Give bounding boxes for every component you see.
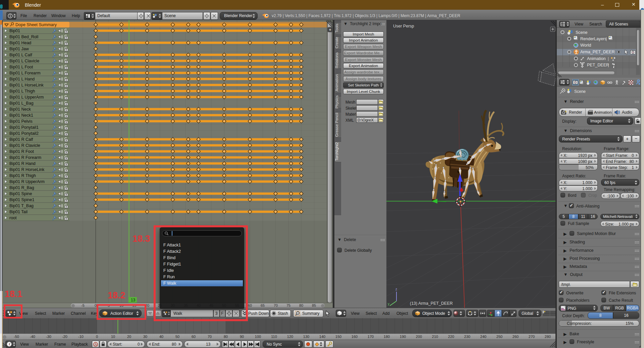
svg-text:Bip01 Ponytail2: Bip01 Ponytail2 [9,131,39,136]
svg-text:Bip01 L Hand: Bip01 L Hand [9,77,35,81]
svg-text:Bip01 L HorseLink: Bip01 L HorseLink [9,83,44,88]
svg-text:Scene: Scene [576,30,587,35]
svg-text:Bip01 Spine1: Bip01 Spine1 [9,197,34,202]
svg-text:Bip01 Tail: Bip01 Tail [9,210,28,214]
svg-text:Bip01 R_Bag: Bip01 R_Bag [9,185,34,190]
svg-text:Bip01 R HorseLink: Bip01 R HorseLink [9,167,45,172]
svg-text:+: + [329,27,331,32]
svg-text:World: World [580,43,591,48]
svg-text:Bip01 Jaw: Bip01 Jaw [9,47,29,51]
svg-text:Bip01 T_Bag: Bip01 T_Bag [9,204,34,208]
svg-text:Bip01 R Forearm: Bip01 R Forearm [9,155,41,160]
svg-text:RenderLayers: RenderLayers [580,37,607,41]
svg-text:Bip01 Pelvis: Bip01 Pelvis [9,119,33,124]
svg-text:z: z [395,287,397,291]
svg-text:Bip01 R Clavicle: Bip01 R Clavicle [9,143,40,148]
svg-text:13: 13 [131,298,136,302]
svg-text:Bip01 Spine: Bip01 Spine [9,191,32,196]
svg-text:(13) Arma_PET_DEER: (13) Arma_PET_DEER [410,301,453,306]
svg-text:Bip01 L Thigh: Bip01 L Thigh [9,89,35,94]
svg-text:Bip01: Bip01 [9,28,20,33]
svg-text:PET_DEER: PET_DEER [587,63,609,67]
svg-text:Bip01 L Forearm: Bip01 L Forearm [9,71,41,75]
svg-text:root: root [9,216,17,220]
svg-text:Bip01 L Calf: Bip01 L Calf [9,53,32,57]
svg-text:Animation: Animation [587,56,606,61]
svg-text:Bip01 Ponytail1: Bip01 Ponytail1 [9,125,39,130]
svg-text:Bip01 L_Bag: Bip01 L_Bag [9,101,34,106]
svg-text:Bip01 Head: Bip01 Head [9,41,31,45]
svg-text:Bip01 R UpperArm: Bip01 R UpperArm [9,179,45,184]
svg-text:User Persp: User Persp [393,24,414,28]
svg-text:y: y [388,302,389,306]
svg-text:Bip01 R Calf: Bip01 R Calf [9,137,33,142]
svg-text:|: | [606,37,607,41]
svg-text:Arma_PET_DEER: Arma_PET_DEER [580,50,615,54]
svg-text:Bip01 R Hand: Bip01 R Hand [9,161,36,166]
svg-text:Dope Sheet Summary: Dope Sheet Summary [15,22,57,27]
svg-text:Bip01 Neck1: Bip01 Neck1 [9,113,33,118]
svg-text:Bip01 Bed_Roll: Bip01 Bed_Roll [9,35,38,39]
svg-text:|: | [608,56,609,61]
svg-text:Bip01 Neck: Bip01 Neck [9,107,31,112]
svg-text:Bip01 L UpperArm: Bip01 L UpperArm [9,95,44,100]
svg-text:Bip01 R Thigh: Bip01 R Thigh [9,173,36,178]
svg-text:Bip01 L Clavicle: Bip01 L Clavicle [9,59,39,63]
svg-text:Bip01 R Foot: Bip01 R Foot [9,149,34,154]
svg-text:|: | [608,63,609,67]
svg-text:Bip01 L Foot: Bip01 L Foot [9,65,33,69]
